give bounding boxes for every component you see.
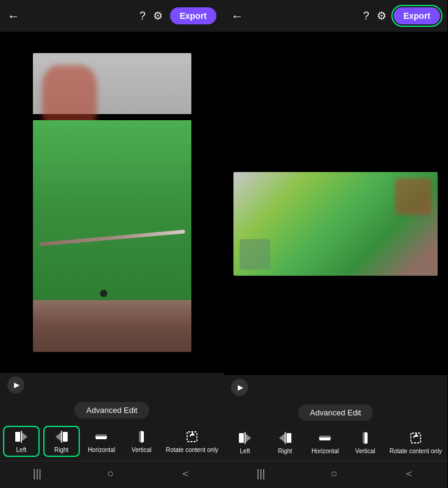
left-panel: ← ? ⚙ Export ▶ Adv (0, 0, 224, 488)
left-toolbar: Left Right Horizontal (0, 423, 224, 461)
flip-left-icon-right (238, 431, 252, 445)
left-advanced-edit-bar: Advanced Edit (0, 397, 224, 423)
horizontal-icon (94, 429, 108, 444)
left-header-left: ← (7, 9, 20, 23)
left-header: ← ? ⚙ Export (0, 0, 224, 32)
help-button-left[interactable]: ? (140, 10, 146, 23)
right-bottom-nav: ||| ○ ＜ (224, 461, 447, 488)
tool-vertical-right[interactable]: Vertical (349, 431, 381, 454)
flip-left-icon (14, 429, 29, 444)
tool-rotate-label-right: Rotate content only (389, 448, 442, 454)
tool-vertical-left[interactable]: Vertical (126, 429, 157, 453)
svg-rect-2 (63, 432, 68, 442)
settings-button-left[interactable]: ⚙ (153, 9, 163, 23)
advanced-edit-button-left[interactable]: Advanced Edit (74, 402, 150, 418)
play-icon-left: ▶ (14, 381, 20, 389)
nav-home-left[interactable]: ○ (107, 467, 114, 480)
nav-back-left[interactable]: ＜ (180, 466, 191, 481)
tool-horizontal-label-right: Horizontal (311, 448, 339, 454)
rotate-content-icon (185, 429, 199, 444)
nav-menu-right[interactable]: ||| (257, 467, 265, 480)
settings-button-right[interactable]: ⚙ (377, 9, 386, 23)
export-button-right[interactable]: Export (394, 7, 440, 24)
right-header-left: ← (231, 9, 243, 23)
back-button-left[interactable]: ← (7, 9, 20, 23)
back-button-right[interactable]: ← (231, 9, 243, 23)
tool-rotate-right[interactable]: Rotate content only (389, 431, 442, 454)
tool-right-label-left: Right (54, 447, 68, 453)
left-header-icons: ? ⚙ Export (140, 7, 216, 24)
right-toolbar: Left Right Horizontal (224, 426, 447, 461)
svg-marker-23 (415, 434, 418, 436)
right-header-icons: ? ⚙ Export (363, 7, 440, 24)
tool-right-right[interactable]: Right (269, 431, 301, 454)
svg-rect-14 (286, 433, 291, 443)
rotate-content-icon-right (408, 431, 423, 445)
horizontal-icon-right (318, 431, 332, 445)
right-panel: ← ? ⚙ Export ▶ Advanced Edit (224, 0, 447, 488)
play-button-right[interactable]: ▶ (231, 379, 248, 396)
tool-rotate-left[interactable]: Rotate content only (166, 429, 218, 453)
nav-menu-left[interactable]: ||| (33, 467, 41, 480)
play-button-left[interactable]: ▶ (7, 376, 24, 393)
svg-rect-12 (239, 433, 244, 443)
tool-left-right[interactable]: Left (229, 431, 261, 454)
tool-horizontal-left[interactable]: Horizontal (85, 429, 117, 453)
tool-left-left[interactable]: Left (5, 428, 37, 454)
right-header: ← ? ⚙ Export (224, 0, 447, 32)
right-advanced-edit-bar: Advanced Edit (224, 400, 447, 426)
left-bottom-nav: ||| ○ ＜ (0, 461, 224, 488)
svg-rect-0 (15, 432, 20, 442)
flip-right-icon (54, 429, 69, 444)
vertical-icon (134, 429, 149, 444)
right-video-area (224, 32, 447, 375)
help-button-right[interactable]: ? (363, 10, 369, 23)
advanced-edit-button-right[interactable]: Advanced Edit (298, 404, 374, 421)
play-icon-right: ▶ (238, 383, 243, 392)
left-video-area (0, 32, 224, 373)
tool-vertical-label-left: Vertical (132, 447, 152, 453)
vertical-icon-right (358, 431, 372, 445)
right-play-bar: ▶ (224, 375, 447, 400)
svg-marker-11 (191, 433, 194, 435)
export-button-left[interactable]: Export (170, 7, 216, 24)
tool-horizontal-right[interactable]: Horizontal (309, 431, 341, 454)
tool-left-label-right: Left (240, 448, 251, 454)
nav-back-right[interactable]: ＜ (404, 466, 414, 481)
tool-right-label-right: Right (278, 448, 292, 454)
tool-vertical-label-right: Vertical (355, 448, 375, 454)
tool-rotate-label-left: Rotate content only (166, 447, 218, 453)
left-play-bar: ▶ (0, 373, 224, 397)
flip-right-icon-right (278, 431, 293, 445)
tool-horizontal-label-left: Horizontal (88, 447, 115, 453)
tool-right-left[interactable]: Right (46, 428, 77, 454)
nav-home-right[interactable]: ○ (331, 467, 338, 480)
tool-left-label-left: Left (16, 447, 27, 453)
